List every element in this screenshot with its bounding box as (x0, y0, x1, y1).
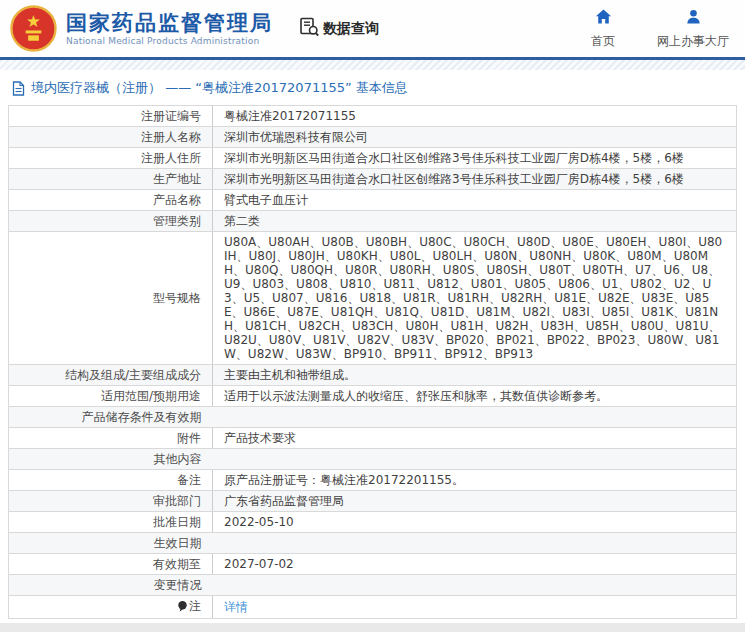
registration-info-table: 注册证编号粤械注准20172071155注册人名称深圳市优瑞恩科技有限公司注册人… (8, 105, 737, 619)
nav-item-home[interactable]: 首页 (591, 8, 615, 50)
home-icon (595, 8, 612, 29)
table-row: 结构及组成/主要组成成分主要由主机和袖带组成。 (9, 365, 737, 386)
row-label: 注 (9, 596, 213, 619)
table-row: 注册人名称深圳市优瑞恩科技有限公司 (9, 127, 737, 148)
row-value: 2027-07-02 (213, 554, 737, 575)
row-label: 结构及组成/主要组成成分 (9, 365, 213, 386)
table-row: 生效日期 (9, 533, 737, 554)
row-label: 注册人住所 (9, 148, 213, 169)
table-row: 变更情况 (9, 575, 737, 596)
row-label: 产品储存条件及有效期 (9, 407, 213, 428)
nav-item-service-hall[interactable]: 网上办事大厅 (657, 8, 729, 50)
data-query-label: 数据查询 (323, 20, 379, 38)
row-label-text: 管理类别 (153, 214, 201, 228)
row-label: 型号规格 (9, 232, 213, 365)
row-label: 变更情况 (9, 575, 213, 596)
main-content: 境内医疗器械（注册） —— “粤械注准20172071155” 基本信息 注册证… (8, 70, 737, 619)
row-value: 原产品注册证号：粤械注准20172201155。 (213, 470, 737, 491)
row-value: 广东省药品监督管理局 (213, 491, 737, 512)
site-header: ★ 国家药品监督管理局 National Medical Products Ad… (0, 0, 745, 60)
row-label: 产品名称 (9, 190, 213, 211)
row-label: 备注 (9, 470, 213, 491)
row-label: 附件 (9, 428, 213, 449)
row-label-text: 产品储存条件及有效期 (82, 410, 202, 424)
row-label-text: 备注 (177, 473, 201, 487)
row-label-text: 变更情况 (154, 578, 202, 592)
row-value: 第二类 (213, 211, 737, 232)
row-label: 其他内容 (9, 449, 213, 470)
info-table-body: 注册证编号粤械注准20172071155注册人名称深圳市优瑞恩科技有限公司注册人… (9, 106, 737, 619)
row-label: 批准日期 (9, 512, 213, 533)
breadcrumb: 境内医疗器械（注册） —— “粤械注准20172071155” 基本信息 (8, 70, 737, 105)
row-value: 主要由主机和袖带组成。 (213, 365, 737, 386)
row-value: 产品技术要求 (213, 428, 737, 449)
row-label: 生效日期 (9, 533, 213, 554)
row-value: U80A、U80AH、U80B、U80BH、U80C、U80CH、U80D、U8… (213, 232, 737, 365)
table-row: 备注原产品注册证号：粤械注准20172201155。 (9, 470, 737, 491)
row-label-text: 有效期至 (153, 557, 201, 571)
org-name-en: National Medical Products Administration (66, 36, 273, 46)
data-query-section[interactable]: 数据查询 (299, 17, 379, 40)
row-value: 深圳市光明新区马田街道合水口社区创维路3号佳乐科技工业园厂房D栋4楼，5楼，6楼 (213, 169, 737, 190)
row-label-text: 其他内容 (154, 452, 202, 466)
table-row: 注册证编号粤械注准20172071155 (9, 106, 737, 127)
table-row: 审批部门广东省药品监督管理局 (9, 491, 737, 512)
org-title-block: 国家药品监督管理局 National Medical Products Admi… (66, 11, 273, 46)
table-row: 注册人住所深圳市光明新区马田街道合水口社区创维路3号佳乐科技工业园厂房D栋4楼，… (9, 148, 737, 169)
row-label-text: 注册证编号 (141, 109, 201, 123)
row-label: 有效期至 (9, 554, 213, 575)
row-value: 适用于以示波法测量成人的收缩压、舒张压和脉率，其数值供诊断参考。 (213, 386, 737, 407)
row-value (213, 575, 737, 596)
row-value: 臂式电子血压计 (213, 190, 737, 211)
row-value: 深圳市光明新区马田街道合水口社区创维路3号佳乐科技工业园厂房D栋4楼，5楼，6楼 (213, 148, 737, 169)
document-search-icon (299, 17, 319, 40)
svg-text:★: ★ (26, 12, 41, 31)
national-emblem-logo: ★ (10, 5, 57, 52)
row-value: 粤械注准20172071155 (213, 106, 737, 127)
row-value (213, 449, 737, 470)
row-label: 管理类别 (9, 211, 213, 232)
row-label-text: 审批部门 (153, 494, 201, 508)
table-row: 附件产品技术要求 (9, 428, 737, 449)
nav-home-label: 首页 (591, 33, 615, 50)
row-label: 注册证编号 (9, 106, 213, 127)
table-row: 注详情 (9, 596, 737, 619)
note-balloon-icon (178, 601, 187, 615)
table-row: 其他内容 (9, 449, 737, 470)
table-row: 有效期至2027-07-02 (9, 554, 737, 575)
row-value (213, 533, 737, 554)
row-label: 审批部门 (9, 491, 213, 512)
row-label-text: 注册人名称 (141, 130, 201, 144)
decorative-hatch-strip (0, 60, 745, 70)
row-label: 生产地址 (9, 169, 213, 190)
row-label-text: 适用范围/预期用途 (101, 389, 201, 403)
row-value: 详情 (213, 596, 737, 619)
row-label-text: 结构及组成/主要组成成分 (65, 368, 201, 382)
table-row: 管理类别第二类 (9, 211, 737, 232)
row-label: 适用范围/预期用途 (9, 386, 213, 407)
row-label-text: 型号规格 (153, 291, 201, 305)
breadcrumb-title: 境内医疗器械（注册） —— “粤械注准20172071155” 基本信息 (31, 79, 408, 97)
table-row: 批准日期2022-05-10 (9, 512, 737, 533)
row-label: 注册人名称 (9, 127, 213, 148)
row-value (213, 407, 737, 428)
table-row: 适用范围/预期用途适用于以示波法测量成人的收缩压、舒张压和脉率，其数值供诊断参考… (9, 386, 737, 407)
row-value: 2022-05-10 (213, 512, 737, 533)
table-row: 产品名称臂式电子血压计 (9, 190, 737, 211)
page-bottom-strip (0, 623, 745, 632)
person-icon (685, 8, 702, 29)
page-icon (12, 81, 25, 96)
row-label-text: 附件 (177, 431, 201, 445)
row-label-text: 产品名称 (153, 193, 201, 207)
row-label-text: 生效日期 (154, 536, 202, 550)
row-value: 深圳市优瑞恩科技有限公司 (213, 127, 737, 148)
detail-link[interactable]: 详情 (224, 600, 248, 614)
row-label-text: 批准日期 (153, 515, 201, 529)
row-label-text: 注册人住所 (141, 151, 201, 165)
table-row: 生产地址深圳市光明新区马田街道合水口社区创维路3号佳乐科技工业园厂房D栋4楼，5… (9, 169, 737, 190)
nav-service-hall-label: 网上办事大厅 (657, 33, 729, 50)
table-row: 产品储存条件及有效期 (9, 407, 737, 428)
table-row: 型号规格U80A、U80AH、U80B、U80BH、U80C、U80CH、U80… (9, 232, 737, 365)
row-label-text: 注 (189, 599, 201, 613)
org-name-cn: 国家药品监督管理局 (66, 11, 273, 36)
